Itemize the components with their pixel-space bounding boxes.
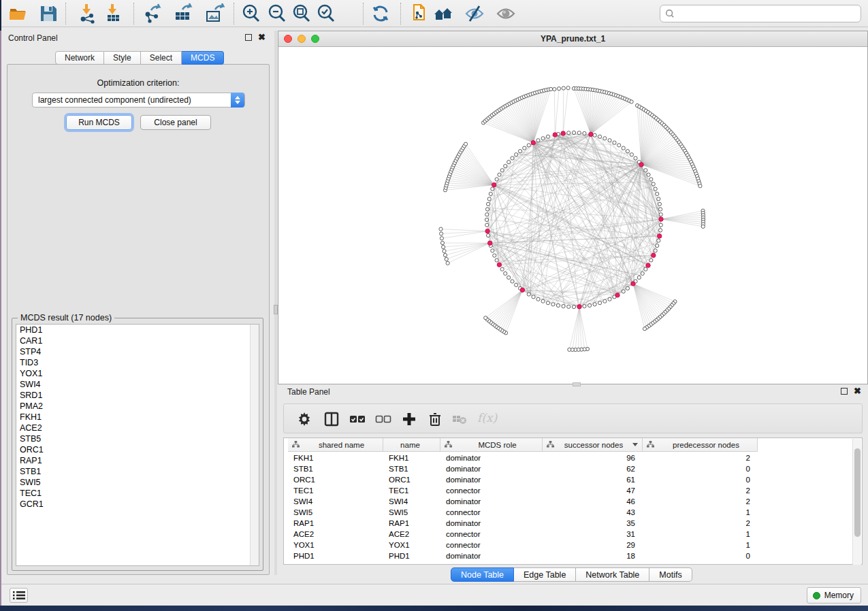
mcds-hub-node[interactable] (589, 132, 593, 136)
optimization-criterion-select[interactable]: largest connected component (undirected) (32, 93, 245, 108)
zoom-fit-icon[interactable] (291, 3, 312, 24)
network-canvas-svg[interactable] (278, 47, 867, 384)
ring-node[interactable] (622, 290, 625, 293)
mcds-result-item[interactable]: TEC1 (16, 488, 259, 499)
birds-eye-icon[interactable] (496, 3, 516, 24)
tab-mcds[interactable]: MCDS (182, 51, 224, 65)
import-table-icon[interactable] (103, 3, 124, 24)
ring-node[interactable] (485, 213, 489, 216)
mcds-result-item[interactable]: TID3 (16, 357, 259, 368)
table-row[interactable]: STB1STB1dominator620 (284, 463, 863, 474)
ring-node[interactable] (598, 301, 601, 305)
leaf-node[interactable] (442, 245, 445, 248)
close-panel-button[interactable]: Close panel (140, 115, 211, 130)
cell-shared-name[interactable]: FKH1 (288, 452, 383, 463)
mcds-hub-node[interactable] (531, 141, 535, 145)
table-row[interactable]: SWI4SWI4dominator462 (284, 496, 863, 507)
cell-name[interactable]: SWI5 (383, 507, 440, 518)
cell-successor-nodes[interactable]: 35 (543, 518, 643, 529)
mcds-result-item[interactable]: SWI4 (16, 379, 259, 390)
cell-mcds-role[interactable]: connector (440, 507, 543, 518)
cell-shared-name[interactable]: TEC1 (288, 485, 383, 496)
ring-node[interactable] (518, 150, 521, 153)
table-row[interactable]: YOX1YOX1connector291 (284, 540, 863, 550)
table-settings-icon[interactable] (296, 411, 312, 427)
leaf-node[interactable] (698, 184, 702, 188)
table-row[interactable]: SWI5SWI5connector431 (284, 507, 863, 518)
ring-node[interactable] (659, 223, 662, 227)
ring-node[interactable] (491, 249, 494, 252)
mcds-hub-node[interactable] (487, 241, 492, 245)
mcds-result-item[interactable]: ORC1 (16, 444, 259, 455)
cell-shared-name[interactable]: SWI4 (288, 496, 383, 507)
ring-node[interactable] (598, 135, 601, 138)
mcds-result-item[interactable]: PMA2 (16, 401, 259, 412)
table-scrollbar-thumb[interactable] (854, 448, 861, 537)
export-network-icon[interactable] (143, 3, 163, 24)
ring-node[interactable] (515, 283, 518, 286)
ring-node[interactable] (593, 133, 596, 137)
cell-mcds-role[interactable]: dominator (440, 550, 543, 561)
leaf-node[interactable] (445, 257, 448, 261)
ring-node[interactable] (647, 173, 650, 176)
ring-node[interactable] (617, 144, 621, 147)
ring-node[interactable] (567, 305, 570, 308)
ring-node[interactable] (504, 164, 507, 167)
column-header-MCDS-role[interactable]: MCDS role (440, 438, 543, 452)
mcds-result-item[interactable]: YOX1 (16, 368, 259, 379)
ring-node[interactable] (644, 267, 647, 271)
leaf-node[interactable] (557, 87, 560, 90)
mcds-result-item[interactable]: SWI5 (16, 477, 259, 488)
ring-node[interactable] (546, 135, 549, 138)
leaf-node[interactable] (439, 232, 443, 235)
cell-mcds-role[interactable]: connector (440, 540, 543, 550)
leaf-node[interactable] (643, 327, 646, 331)
horizontal-splitter-handle[interactable] (573, 382, 581, 386)
ring-node[interactable] (630, 153, 633, 156)
ring-node[interactable] (485, 218, 488, 221)
table-row[interactable]: FKH1FKH1dominator962 (284, 452, 863, 463)
cell-predecessor-nodes[interactable]: 0 (643, 550, 758, 561)
leaf-node[interactable] (562, 86, 565, 90)
cell-name[interactable]: FKH1 (383, 452, 440, 463)
deselect-all-checkboxes-icon[interactable] (375, 411, 391, 427)
tab-network[interactable]: Network (55, 51, 104, 65)
search-box[interactable] (660, 5, 861, 22)
mcds-hub-node[interactable] (615, 293, 620, 297)
cell-mcds-role[interactable]: dominator (440, 452, 543, 463)
ring-node[interactable] (536, 297, 540, 301)
cell-successor-nodes[interactable]: 18 (543, 550, 643, 561)
cell-successor-nodes[interactable]: 46 (543, 496, 643, 507)
tab-edge-table[interactable]: Edge Table (514, 567, 576, 582)
table-row[interactable]: PHD1PHD1dominator180 (284, 550, 863, 561)
leaf-node[interactable] (630, 100, 633, 103)
table-panel-float-icon[interactable] (841, 388, 848, 395)
ring-node[interactable] (507, 161, 511, 164)
vertical-splitter[interactable] (274, 31, 277, 575)
cell-name[interactable]: RAP1 (383, 518, 440, 529)
cell-successor-nodes[interactable]: 43 (543, 507, 643, 518)
ring-node[interactable] (511, 156, 514, 160)
control-panel-float-icon[interactable] (245, 34, 252, 41)
leaf-node[interactable] (568, 348, 571, 351)
mcds-hub-node[interactable] (492, 183, 496, 187)
network-window-titlebar[interactable]: YPA_prune.txt_1 (278, 31, 867, 47)
column-header-name[interactable]: name (383, 438, 440, 452)
tab-node-table[interactable]: Node Table (451, 567, 514, 582)
ring-node[interactable] (495, 178, 498, 181)
mcds-hub-node[interactable] (646, 263, 650, 267)
leaf-node[interactable] (464, 142, 467, 146)
mcds-hub-node[interactable] (553, 133, 557, 137)
cell-name[interactable]: SWI4 (383, 496, 440, 507)
ring-node[interactable] (622, 146, 625, 150)
leaf-node[interactable] (443, 249, 446, 252)
cell-shared-name[interactable]: ACE2 (288, 529, 383, 540)
ring-node[interactable] (572, 305, 575, 308)
ring-node[interactable] (603, 137, 607, 140)
ring-node[interactable] (498, 173, 501, 176)
cell-predecessor-nodes[interactable]: 0 (643, 463, 758, 474)
leaf-node[interactable] (446, 261, 449, 265)
ring-node[interactable] (486, 233, 489, 237)
ring-node[interactable] (527, 293, 530, 296)
ring-node[interactable] (491, 187, 494, 191)
